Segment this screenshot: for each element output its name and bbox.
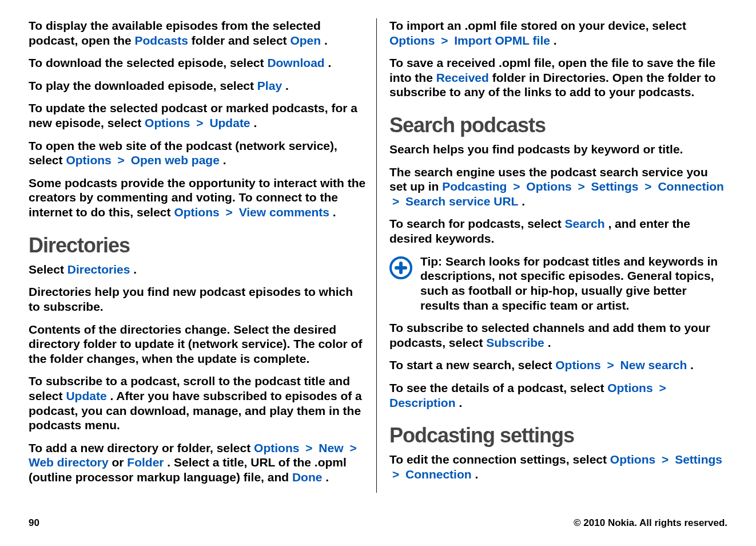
text: To see the details of a podcast, select bbox=[389, 381, 607, 394]
tip-text: Tip: Search looks for podcast titles and… bbox=[420, 254, 727, 312]
paragraph: To subscribe to selected channels and ad… bbox=[389, 321, 727, 350]
paragraph: To subscribe to a podcast, scroll to the… bbox=[29, 374, 366, 432]
text: To play the downloaded episode, select bbox=[29, 79, 257, 92]
text: To add a new directory or folder, select bbox=[29, 441, 254, 454]
keyword-connection: Connection bbox=[658, 180, 724, 193]
breadcrumb-separator: > bbox=[223, 205, 236, 219]
text: . bbox=[223, 153, 226, 167]
keyword-web-directory: Web directory bbox=[29, 456, 109, 469]
keyword-update: Update bbox=[66, 389, 106, 402]
paragraph: To download the selected episode, select… bbox=[29, 56, 366, 70]
paragraph: To update the selected podcast or marked… bbox=[29, 101, 366, 130]
keyword-options: Options bbox=[607, 381, 652, 394]
text: To start a new search, select bbox=[389, 358, 555, 371]
keyword-options: Options bbox=[66, 153, 111, 167]
paragraph: To edit the connection settings, select … bbox=[389, 452, 727, 481]
text: . bbox=[548, 336, 551, 349]
text: . bbox=[325, 470, 329, 484]
keyword-podcasts: Podcasts bbox=[135, 34, 188, 47]
keyword-options: Options bbox=[610, 453, 655, 466]
breadcrumb-separator: > bbox=[438, 34, 451, 47]
text: . bbox=[475, 468, 478, 481]
keyword-directories: Directories bbox=[67, 263, 130, 276]
text: or bbox=[112, 456, 128, 469]
keyword-open: Open bbox=[290, 34, 321, 47]
paragraph: To see the details of a podcast, select … bbox=[389, 381, 727, 410]
paragraph: To open the web site of the podcast (net… bbox=[29, 139, 366, 168]
text: . bbox=[133, 263, 137, 276]
keyword-open-web-page: Open web page bbox=[131, 153, 220, 167]
paragraph: To search for podcasts, select Search , … bbox=[389, 216, 727, 246]
keyword-new: New bbox=[319, 441, 343, 454]
keyword-update: Update bbox=[209, 116, 250, 129]
keyword-settings: Settings bbox=[591, 180, 639, 193]
breadcrumb-separator: > bbox=[193, 116, 206, 129]
keyword-settings: Settings bbox=[675, 453, 722, 466]
keyword-options: Options bbox=[555, 358, 600, 371]
keyword-search-service-url: Search service URL bbox=[405, 195, 518, 208]
paragraph: To import an .opml file stored on your d… bbox=[389, 18, 727, 48]
breadcrumb-separator: > bbox=[604, 358, 616, 371]
paragraph: The search engine uses the podcast searc… bbox=[389, 165, 727, 209]
keyword-podcasting: Podcasting bbox=[442, 180, 507, 193]
keyword-search: Search bbox=[565, 217, 605, 230]
keyword-connection: Connection bbox=[405, 468, 472, 481]
right-column: To import an .opml file stored on your d… bbox=[377, 18, 727, 493]
heading-podcasting-settings: Podcasting settings bbox=[389, 424, 727, 448]
text: . bbox=[324, 34, 328, 47]
breadcrumb-separator: > bbox=[389, 468, 402, 481]
keyword-subscribe: Subscribe bbox=[486, 336, 544, 349]
breadcrumb-separator: > bbox=[510, 180, 523, 193]
keyword-received: Received bbox=[436, 71, 489, 84]
keyword-options: Options bbox=[145, 116, 190, 129]
paragraph: Search helps you find podcasts by keywor… bbox=[389, 142, 727, 157]
text: . bbox=[459, 396, 462, 409]
tip-callout: Tip: Search looks for podcast titles and… bbox=[389, 254, 727, 312]
heading-directories: Directories bbox=[29, 234, 366, 258]
keyword-import-opml-file: Import OPML file bbox=[454, 34, 550, 47]
page-footer: 90 © 2010 Nokia. All rights reserved. bbox=[29, 517, 727, 529]
heading-search-podcasts: Search podcasts bbox=[389, 113, 727, 137]
text: . bbox=[333, 205, 336, 219]
breadcrumb-separator: > bbox=[575, 180, 588, 193]
breadcrumb-separator: > bbox=[642, 180, 654, 193]
text: To search for podcasts, select bbox=[389, 217, 565, 230]
paragraph: To add a new directory or folder, select… bbox=[29, 441, 366, 485]
copyright-text: © 2010 Nokia. All rights reserved. bbox=[574, 517, 727, 529]
text: . bbox=[690, 358, 694, 371]
paragraph: Directories help you find new podcast ep… bbox=[29, 284, 366, 314]
page-number: 90 bbox=[29, 517, 39, 529]
keyword-view-comments: View comments bbox=[239, 205, 329, 219]
keyword-options: Options bbox=[254, 441, 299, 454]
text: To edit the connection settings, select bbox=[389, 453, 610, 466]
keyword-new-search: New search bbox=[620, 358, 687, 371]
text: To import an .opml file stored on your d… bbox=[389, 19, 686, 32]
paragraph: To start a new search, select Options > … bbox=[389, 358, 727, 373]
paragraph: Select Directories . bbox=[29, 262, 366, 277]
keyword-options: Options bbox=[174, 205, 219, 219]
keyword-play: Play bbox=[257, 79, 282, 92]
keyword-options: Options bbox=[526, 180, 571, 193]
two-column-layout: To display the available episodes from t… bbox=[29, 18, 727, 493]
text: Select bbox=[29, 263, 67, 276]
breadcrumb-separator: > bbox=[347, 441, 359, 454]
text: . bbox=[285, 79, 289, 92]
keyword-done: Done bbox=[292, 470, 323, 484]
paragraph: Contents of the directories change. Sele… bbox=[29, 322, 366, 366]
text: folder and select bbox=[192, 34, 291, 47]
manual-page: To display the available episodes from t… bbox=[0, 0, 756, 546]
keyword-download: Download bbox=[267, 56, 324, 69]
keyword-folder: Folder bbox=[127, 456, 164, 469]
breadcrumb-separator: > bbox=[656, 381, 669, 394]
svg-rect-2 bbox=[395, 266, 407, 270]
breadcrumb-separator: > bbox=[389, 195, 402, 208]
breadcrumb-separator: > bbox=[303, 441, 315, 454]
text: To download the selected episode, select bbox=[29, 56, 267, 69]
breadcrumb-separator: > bbox=[659, 453, 671, 466]
paragraph: Some podcasts provide the opportunity to… bbox=[29, 176, 366, 220]
breadcrumb-separator: > bbox=[115, 153, 128, 167]
plus-circle-icon bbox=[389, 256, 412, 312]
text: . bbox=[328, 56, 332, 69]
text: . bbox=[554, 34, 557, 47]
text: Search looks for podcast titles and keyw… bbox=[420, 255, 718, 312]
